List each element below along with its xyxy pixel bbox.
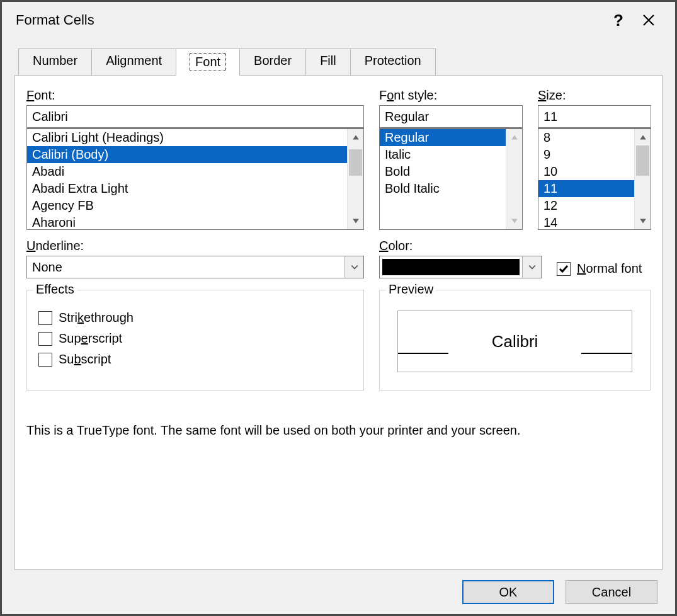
scroll-thumb[interactable] xyxy=(636,145,649,176)
preview-legend: Preview xyxy=(386,282,436,297)
color-dropdown-button[interactable] xyxy=(522,256,541,278)
font-name-input[interactable] xyxy=(26,105,364,128)
list-item[interactable]: Abadi Extra Light xyxy=(27,180,347,197)
list-item[interactable]: Calibri (Body) xyxy=(27,146,347,163)
list-item[interactable]: 9 xyxy=(538,146,634,163)
font-list[interactable]: Calibri Light (Headings)Calibri (Body)Ab… xyxy=(26,128,364,230)
scroll-down-button[interactable] xyxy=(348,213,363,229)
tab-label: Font xyxy=(190,54,225,71)
checkbox-icon xyxy=(38,311,52,325)
font-label: Font: xyxy=(26,88,364,103)
font-style-label: Font style: xyxy=(379,88,523,103)
scroll-down-button xyxy=(506,213,522,229)
font-panel: Font: Calibri Light (Headings)Calibri (B… xyxy=(14,75,663,570)
effects-legend: Effects xyxy=(33,282,77,297)
size-input[interactable] xyxy=(538,105,651,128)
tab-bar: Number Alignment Font Border Fill Protec… xyxy=(18,48,663,76)
preview-baseline xyxy=(581,353,632,354)
list-item[interactable]: Aharoni xyxy=(27,214,347,229)
list-item[interactable]: Abadi xyxy=(27,163,347,180)
effects-group: Effects Strikethrough Superscript Subscr… xyxy=(26,290,364,391)
scroll-thumb[interactable] xyxy=(349,149,362,176)
tab-label: Alignment xyxy=(106,54,162,67)
list-item[interactable]: Bold Italic xyxy=(380,180,506,197)
font-style-scrollbar xyxy=(506,129,522,229)
checkmark-icon xyxy=(559,264,569,274)
close-button[interactable] xyxy=(634,8,664,33)
size-list-scrollbar[interactable] xyxy=(634,129,651,229)
font-style-input[interactable] xyxy=(379,105,523,128)
color-combo[interactable] xyxy=(379,256,542,278)
preview-text: Calibri xyxy=(492,332,538,351)
tab-label: Number xyxy=(33,54,77,67)
checkbox-icon xyxy=(38,353,52,367)
scroll-up-button[interactable] xyxy=(348,129,363,145)
scroll-up-button[interactable] xyxy=(635,129,651,145)
list-item[interactable]: 12 xyxy=(538,197,634,214)
chevron-down-icon xyxy=(351,263,358,271)
font-style-list[interactable]: RegularItalicBoldBold Italic xyxy=(379,128,523,230)
color-swatch xyxy=(382,259,520,275)
list-item[interactable]: Calibri Light (Headings) xyxy=(27,129,347,146)
cancel-button[interactable]: Cancel xyxy=(566,580,657,604)
preview-baseline xyxy=(398,353,448,354)
tab-label: Protection xyxy=(365,54,421,67)
underline-dropdown-button[interactable] xyxy=(344,256,363,278)
size-label: Size: xyxy=(538,88,651,103)
dialog-body: Number Alignment Font Border Fill Protec… xyxy=(2,38,675,570)
color-label: Color: xyxy=(379,239,542,253)
help-button[interactable]: ? xyxy=(603,8,634,33)
superscript-label: Superscript xyxy=(59,331,122,346)
font-list-scrollbar[interactable] xyxy=(347,129,363,229)
info-text: This is a TrueType font. The same font w… xyxy=(26,423,651,438)
tab-font[interactable]: Font xyxy=(176,48,240,76)
chevron-down-icon xyxy=(528,263,536,271)
close-icon xyxy=(643,14,654,26)
list-item[interactable]: Agency FB xyxy=(27,197,347,214)
tab-border[interactable]: Border xyxy=(239,48,306,76)
ok-button[interactable]: OK xyxy=(462,580,554,604)
normal-font-label: Normal font xyxy=(577,261,642,276)
size-list[interactable]: 8910111214 xyxy=(538,128,651,230)
tab-label: Border xyxy=(254,54,292,67)
tab-number[interactable]: Number xyxy=(18,48,92,76)
checkbox-icon xyxy=(38,332,52,346)
checkbox-icon xyxy=(557,262,571,276)
list-item[interactable]: 11 xyxy=(538,180,634,197)
tab-fill[interactable]: Fill xyxy=(305,48,351,76)
preview-box: Calibri xyxy=(397,311,632,372)
list-item[interactable]: 8 xyxy=(538,129,634,146)
subscript-label: Subscript xyxy=(59,352,111,367)
normal-font-checkbox[interactable]: Normal font xyxy=(557,261,642,276)
format-cells-dialog: Format Cells ? Number Alignment Font Bor… xyxy=(0,0,677,616)
strikethrough-label: Strikethrough xyxy=(59,311,134,325)
list-item[interactable]: Italic xyxy=(380,146,506,163)
scroll-up-button xyxy=(506,129,522,145)
list-item[interactable]: Bold xyxy=(380,163,506,180)
strikethrough-checkbox[interactable]: Strikethrough xyxy=(38,311,352,325)
preview-group: Preview Calibri xyxy=(379,290,651,391)
dialog-footer: OK Cancel xyxy=(2,570,675,614)
underline-value: None xyxy=(27,256,344,278)
list-item[interactable]: 14 xyxy=(538,214,634,229)
tab-label: Fill xyxy=(320,54,336,67)
underline-combo[interactable]: None xyxy=(26,256,364,278)
titlebar: Format Cells ? xyxy=(2,2,675,38)
tab-alignment[interactable]: Alignment xyxy=(91,48,176,76)
underline-label: Underline: xyxy=(26,239,364,253)
list-item[interactable]: Regular xyxy=(380,129,506,146)
tab-protection[interactable]: Protection xyxy=(350,48,436,76)
scroll-down-button[interactable] xyxy=(635,213,651,229)
subscript-checkbox[interactable]: Subscript xyxy=(38,352,352,367)
dialog-title: Format Cells xyxy=(16,12,603,28)
superscript-checkbox[interactable]: Superscript xyxy=(38,331,352,346)
list-item[interactable]: 10 xyxy=(538,163,634,180)
